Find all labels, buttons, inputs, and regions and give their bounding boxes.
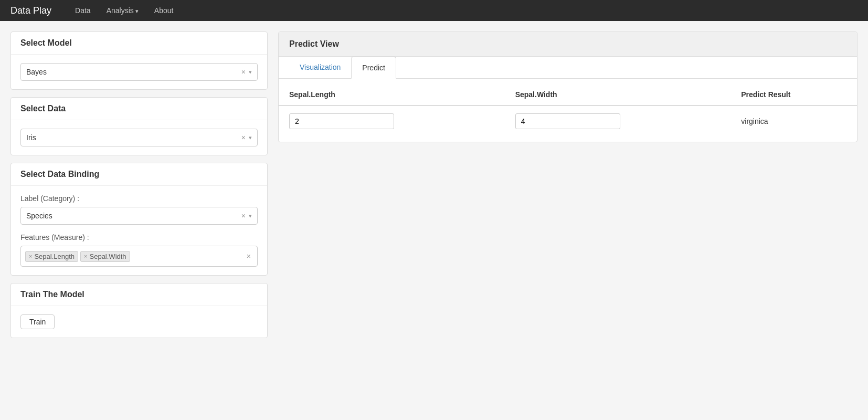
col-sepal-length: Sepal.Length [279,84,505,106]
select-model-body: Bayes × ▾ [11,55,267,89]
left-panel: Select Model Bayes × ▾ Select Data Iris … [10,32,268,338]
nav-link-data[interactable]: Data [67,1,99,20]
feature-tag-sepal-length-remove[interactable]: × [29,253,32,259]
nav-link-analysis[interactable]: Analysis [99,1,146,20]
label-category-label: Label (Category) : [20,194,258,203]
predict-view-header: Predict View [279,32,857,57]
label-select-arrow[interactable]: ▾ [249,213,252,219]
model-select[interactable]: Bayes × ▾ [20,63,258,81]
model-select-value: Bayes [26,68,241,76]
data-select[interactable]: Iris × ▾ [20,129,258,146]
nav-item-data[interactable]: Data [67,1,99,20]
features-select[interactable]: × Sepal.Length × Sepal.Width × [20,246,258,267]
label-select-value: Species [26,212,241,220]
feature-tag-sepal-width-label: Sepal.Width [90,253,126,260]
data-select-clear[interactable]: × [241,133,246,142]
sepal-length-input[interactable] [289,113,394,129]
nav-item-analysis[interactable]: Analysis [99,1,146,20]
train-model-header: Train The Model [11,284,267,306]
train-model-body: Train [11,306,267,338]
col-predict-result: Predict Result [731,84,857,106]
navbar-brand[interactable]: Data Play [10,5,51,16]
model-select-arrow[interactable]: ▾ [249,69,252,76]
select-data-card: Select Data Iris × ▾ [10,97,268,155]
sepal-length-cell [279,106,505,136]
predict-result-value: virginica [741,117,768,125]
label-select[interactable]: Species × ▾ [20,207,258,225]
right-panel: Predict View Visualization Predict Sepal… [278,32,858,338]
predict-tabs: Visualization Predict [279,57,857,79]
select-model-header: Select Model [11,32,267,55]
tab-visualization[interactable]: Visualization [289,57,351,79]
select-data-header: Select Data [11,98,267,120]
features-clear[interactable]: × [245,252,253,260]
select-model-card: Select Model Bayes × ▾ [10,32,268,90]
navbar: Data Play Data Analysis About [0,0,868,21]
train-button[interactable]: Train [20,314,55,329]
predict-table: Sepal.Length Sepal.Width Predict Result [279,84,857,136]
data-select-arrow[interactable]: ▾ [249,134,252,141]
navbar-nav: Data Analysis About [67,1,181,20]
predict-table-row: virginica [279,106,857,136]
feature-tag-sepal-width-remove[interactable]: × [84,253,87,259]
select-data-body: Iris × ▾ [11,120,267,155]
select-data-binding-header: Select Data Binding [11,163,267,186]
predict-view-card: Predict View Visualization Predict Sepal… [278,32,858,142]
nav-item-about[interactable]: About [146,1,182,20]
train-model-card: Train The Model Train [10,283,268,338]
predict-table-wrapper: Sepal.Length Sepal.Width Predict Result [279,79,857,142]
feature-tag-sepal-width: × Sepal.Width [80,251,130,262]
feature-tag-sepal-length: × Sepal.Length [25,251,78,262]
select-data-binding-body: Label (Category) : Species × ▾ Features … [11,186,267,275]
features-measure-label: Features (Measure) : [20,233,258,242]
predict-table-header-row: Sepal.Length Sepal.Width Predict Result [279,84,857,106]
predict-result-cell: virginica [731,106,857,136]
feature-tag-sepal-length-label: Sepal.Length [34,253,75,260]
nav-link-about[interactable]: About [146,1,182,20]
main-content: Select Model Bayes × ▾ Select Data Iris … [0,21,868,349]
sepal-width-cell [505,106,731,136]
tab-predict[interactable]: Predict [351,57,396,79]
model-select-clear[interactable]: × [241,68,246,76]
select-data-binding-card: Select Data Binding Label (Category) : S… [10,163,268,276]
sepal-width-input[interactable] [515,113,620,129]
data-select-value: Iris [26,133,241,142]
label-select-clear[interactable]: × [241,212,246,220]
col-sepal-width: Sepal.Width [505,84,731,106]
